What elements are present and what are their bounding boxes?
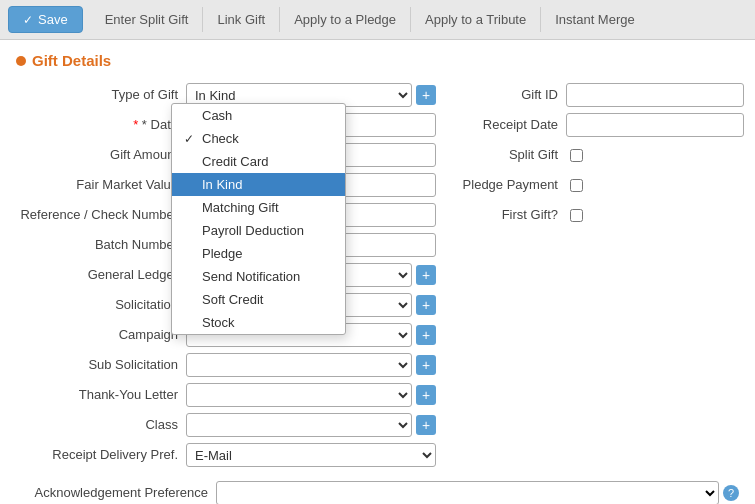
pledge-payment-row: Pledge Payment — [456, 173, 744, 197]
apply-tribute-button[interactable]: Apply to a Tribute — [411, 7, 541, 32]
full-section: Acknowledgement Preference ? Associated … — [16, 481, 739, 504]
split-gift-row: Split Gift — [456, 143, 744, 167]
campaign-add-btn[interactable]: + — [416, 325, 436, 345]
first-gift-checkbox[interactable] — [570, 209, 583, 222]
instant-merge-button[interactable]: Instant Merge — [541, 7, 649, 32]
receipt-delivery-label: Receipt Delivery Pref. — [16, 443, 186, 467]
save-label: Save — [38, 12, 68, 27]
save-button[interactable]: ✓ Save — [8, 6, 83, 33]
type-of-gift-label: Type of Gift — [16, 83, 186, 107]
first-gift-label: First Gift? — [456, 203, 566, 227]
general-ledger-label: General Ledger — [16, 263, 186, 287]
dropdown-item-payroll[interactable]: Payroll Deduction — [172, 219, 345, 242]
apply-pledge-button[interactable]: Apply to a Pledge — [280, 7, 411, 32]
dropdown-item-stock[interactable]: Stock — [172, 311, 345, 334]
thank-you-row: Thank-You Letter + — [16, 383, 436, 407]
dropdown-item-check[interactable]: ✓ Check — [172, 127, 345, 150]
dropdown-item-matching-gift[interactable]: Matching Gift — [172, 196, 345, 219]
form-left: Type of Gift In Kind + Cash ✓ Check — [16, 83, 436, 473]
form-right: Gift ID Receipt Date Split Gift Pledge P… — [456, 83, 744, 473]
split-gift-checkbox[interactable] — [570, 149, 583, 162]
class-label: Class — [16, 413, 186, 437]
dropdown-item-in-kind[interactable]: In Kind — [172, 173, 345, 196]
sub-solicitation-select[interactable] — [186, 353, 412, 377]
class-add-btn[interactable]: + — [416, 415, 436, 435]
dropdown-item-pledge[interactable]: Pledge — [172, 242, 345, 265]
form-area: Type of Gift In Kind + Cash ✓ Check — [16, 83, 739, 473]
first-gift-row: First Gift? — [456, 203, 744, 227]
dropdown-item-soft-credit[interactable]: Soft Credit — [172, 288, 345, 311]
sub-solicitation-label: Sub Solicitation — [16, 353, 186, 377]
pledge-payment-label: Pledge Payment — [456, 173, 566, 197]
section-dot — [16, 56, 26, 66]
gift-id-row: Gift ID — [456, 83, 744, 107]
gift-details-heading: Gift Details — [32, 52, 111, 69]
acknowledgement-help-icon: ? — [723, 485, 739, 501]
pledge-payment-checkbox[interactable] — [570, 179, 583, 192]
campaign-label: Campaign — [16, 323, 186, 347]
receipt-date-label: Receipt Date — [456, 113, 566, 137]
sub-solicitation-row: Sub Solicitation + — [16, 353, 436, 377]
page-content: Gift Details Type of Gift In Kind + Cash — [0, 40, 755, 504]
date-label: * * Date — [16, 113, 186, 137]
receipt-delivery-select[interactable]: E-Mail — [186, 443, 436, 467]
thank-you-label: Thank-You Letter — [16, 383, 186, 407]
sub-solicitation-add-btn[interactable]: + — [416, 355, 436, 375]
reference-label: Reference / Check Number — [16, 203, 186, 227]
toolbar: ✓ Save Enter Split Gift Link Gift Apply … — [0, 0, 755, 40]
dropdown-item-credit-card[interactable]: Credit Card — [172, 150, 345, 173]
dropdown-item-send-notification[interactable]: Send Notification — [172, 265, 345, 288]
solicitation-add-btn[interactable]: + — [416, 295, 436, 315]
fair-market-label: Fair Market Value — [16, 173, 186, 197]
dropdown-item-cash[interactable]: Cash — [172, 104, 345, 127]
checkmark-icon: ✓ — [23, 13, 33, 27]
acknowledgement-label: Acknowledgement Preference — [16, 481, 216, 504]
type-of-gift-dropdown[interactable]: Cash ✓ Check Credit Card In Kind — [171, 103, 346, 335]
gift-amount-label: Gift Amount — [16, 143, 186, 167]
section-title: Gift Details — [16, 52, 739, 69]
gift-id-input[interactable] — [566, 83, 744, 107]
general-ledger-add-btn[interactable]: + — [416, 265, 436, 285]
enter-split-gift-button[interactable]: Enter Split Gift — [91, 7, 204, 32]
receipt-delivery-row: Receipt Delivery Pref. E-Mail — [16, 443, 436, 467]
receipt-date-row: Receipt Date — [456, 113, 744, 137]
receipt-date-input[interactable] — [566, 113, 744, 137]
solicitation-label: Solicitation — [16, 293, 186, 317]
thank-you-add-btn[interactable]: + — [416, 385, 436, 405]
class-select[interactable] — [186, 413, 412, 437]
link-gift-button[interactable]: Link Gift — [203, 7, 280, 32]
thank-you-select[interactable] — [186, 383, 412, 407]
batch-label: Batch Number — [16, 233, 186, 257]
acknowledgement-row: Acknowledgement Preference ? — [16, 481, 739, 504]
split-gift-label: Split Gift — [456, 143, 566, 167]
type-of-gift-row: Type of Gift In Kind + Cash ✓ Check — [16, 83, 436, 107]
class-row: Class + — [16, 413, 436, 437]
acknowledgement-select[interactable] — [216, 481, 719, 504]
gift-id-label: Gift ID — [456, 83, 566, 107]
type-of-gift-add-btn[interactable]: + — [416, 85, 436, 105]
